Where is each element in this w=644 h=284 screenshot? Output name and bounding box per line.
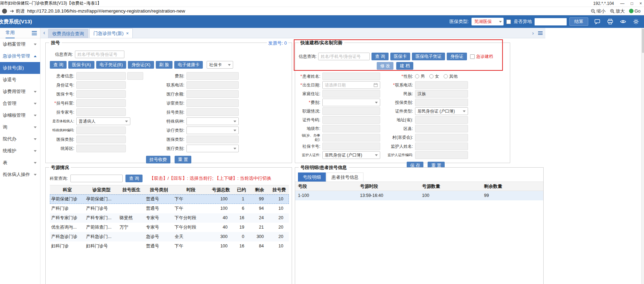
- close-icon[interactable]: ×: [639, 1, 642, 6]
- remote-checkbox[interactable]: [506, 20, 511, 24]
- sidebar-item-emergency-reg-mgmt[interactable]: 急诊挂号管理: [0, 50, 40, 62]
- phone-field[interactable]: [186, 81, 239, 89]
- patient-info-extra-field[interactable]: [127, 72, 143, 80]
- sidebar-item-archive-mgmt[interactable]: 诊档案管理: [0, 38, 40, 50]
- tab-cashier-query[interactable]: 收费员综合查询: [48, 29, 88, 38]
- province-field[interactable]: [415, 116, 468, 124]
- remote-input[interactable]: [535, 18, 567, 25]
- dept-field[interactable]: [76, 99, 126, 107]
- id-card-button[interactable]: 身份证(X): [128, 61, 154, 69]
- contact-phone-field[interactable]: [415, 81, 468, 89]
- gender-male-radio[interactable]: 男: [415, 74, 425, 79]
- cert-number-field[interactable]: [322, 116, 380, 124]
- health-card-button[interactable]: 电子健康卡: [174, 61, 203, 69]
- sidebar-item-hospital-agency[interactable]: 院代办: [0, 133, 40, 145]
- job-status-field[interactable]: [322, 107, 380, 115]
- source-query-button[interactable]: 查 询: [125, 175, 142, 182]
- special-disease-select[interactable]: [186, 117, 239, 125]
- social-card-select[interactable]: 社保卡: [207, 61, 233, 69]
- guardian-name-field[interactable]: [415, 143, 468, 150]
- social-card-field[interactable]: [322, 143, 380, 150]
- checkup-select[interactable]: 普通病人: [76, 117, 130, 125]
- insurance-type-field[interactable]: [186, 136, 239, 143]
- zoom-out-button[interactable]: 缩小: [591, 8, 606, 14]
- tab-patient-reg-info[interactable]: 患者挂号信息: [327, 172, 363, 182]
- forward-button[interactable]: 前进: [9, 8, 25, 14]
- room-type-field[interactable]: [186, 99, 239, 107]
- table-row[interactable]: 产科门诊产科门诊号普通号下午10069410: [50, 204, 289, 213]
- special-disease-code-field[interactable]: [76, 126, 126, 134]
- close-icon[interactable]: ×: [126, 31, 129, 36]
- pool-area-field[interactable]: [76, 145, 126, 152]
- medical-class-select[interactable]: [186, 145, 239, 152]
- tab-segment-detail[interactable]: 号段明细: [298, 172, 326, 182]
- dept-query-input[interactable]: [70, 175, 123, 182]
- sidebar-item-report[interactable]: 表: [0, 157, 40, 169]
- quick-id-card-button[interactable]: 身份证: [447, 53, 467, 60]
- table-row[interactable]: 孕前保健门诊孕前保健门...普通号下午10019910: [50, 194, 289, 204]
- chevron-right-icon[interactable]: ›: [532, 30, 534, 36]
- quick-evoucher-button[interactable]: 医保电子凭证: [412, 53, 445, 60]
- home-address-field[interactable]: [322, 90, 380, 98]
- emergency-archive-checkbox[interactable]: [470, 54, 475, 59]
- city-field[interactable]: [322, 125, 380, 132]
- menu-icon[interactable]: [32, 31, 37, 35]
- eye-icon[interactable]: [619, 18, 627, 25]
- register-charge-button[interactable]: 挂号收费: [146, 156, 170, 163]
- reg-class-field[interactable]: [186, 108, 239, 116]
- quick-insurance-card-button[interactable]: 医保卡: [390, 53, 411, 60]
- gender-other-radio[interactable]: 其他: [444, 74, 458, 79]
- patient-search-input[interactable]: [75, 51, 124, 58]
- collapse-sidebar-button[interactable]: ‹: [40, 28, 48, 38]
- message-icon[interactable]: [593, 18, 601, 25]
- tab-menu-icon[interactable]: [538, 31, 543, 35]
- county-field[interactable]: [415, 125, 468, 132]
- insured-class-field[interactable]: [415, 99, 468, 106]
- table-row[interactable]: 1-100 13:59-16:40 100 99: [295, 191, 543, 200]
- create-archive-button[interactable]: 建 档: [396, 62, 413, 70]
- expert-field[interactable]: [76, 108, 126, 116]
- query-button[interactable]: 查 询: [50, 61, 67, 69]
- id-number-field[interactable]: [76, 81, 126, 89]
- sidebar-item-coop-mgmt[interactable]: 合管理: [0, 98, 40, 109]
- village-field[interactable]: [415, 134, 468, 141]
- treatment-type-select[interactable]: [186, 126, 239, 134]
- modify-button[interactable]: 修 改: [377, 62, 393, 70]
- patient-name-field[interactable]: [322, 72, 380, 80]
- table-row[interactable]: 优生咨询与...产前筛查门...万宁专家号下午分时段40192120: [50, 223, 289, 232]
- scrollbar-thumb[interactable]: [642, 29, 644, 53]
- town-field[interactable]: [322, 134, 380, 141]
- tab-emergency-reg[interactable]: 门急诊挂号(新) ×: [89, 28, 133, 38]
- insurance-card-button[interactable]: 医保卡(A): [68, 61, 94, 69]
- medical-balance-field[interactable]: [186, 90, 239, 98]
- gender-female-radio[interactable]: 女: [429, 74, 439, 79]
- evoucher-button[interactable]: 电子凭证(B): [96, 61, 127, 69]
- nation-field[interactable]: 汉族: [415, 90, 468, 98]
- sidebar-item-audit-mgmt[interactable]: 诊稽核管理: [0, 109, 40, 121]
- guardian-cert-number-field[interactable]: [415, 151, 468, 159]
- patient-info-field[interactable]: [76, 72, 126, 80]
- cert-type-select[interactable]: 居民身份证 (户口簿): [415, 107, 468, 115]
- gear-icon[interactable]: [632, 18, 640, 25]
- sidebar-item-rest-patient-ops[interactable]: 衔休病人操作: [0, 169, 40, 181]
- quick-search-input[interactable]: [318, 53, 370, 60]
- table-row[interactable]: 产科急诊门诊产科急诊门...急诊号全天300030020: [50, 232, 289, 241]
- sidebar-item-reg-new[interactable]: 诊挂号(新): [0, 62, 40, 74]
- sidebar-item-query[interactable]: 询: [0, 121, 40, 133]
- fee-type-field[interactable]: [186, 72, 239, 80]
- guardian-cert-select[interactable]: 居民身份证 (户口簿): [322, 151, 380, 159]
- settle-button[interactable]: 结算: [569, 17, 588, 26]
- table-row[interactable]: 产科专家门诊产科专家门...骆斐然专家号下午分时段40162420: [50, 213, 289, 223]
- maximize-icon[interactable]: □: [631, 1, 633, 6]
- fee-type-select[interactable]: [322, 99, 380, 106]
- reset-button[interactable]: 重 置: [175, 156, 191, 163]
- printer-icon[interactable]: [606, 18, 614, 25]
- birth-date-picker[interactable]: 请选择日期: [322, 81, 380, 89]
- table-row[interactable]: 妇科门诊妇科门诊号普通号下午100168410: [50, 241, 289, 251]
- vertical-scrollbar[interactable]: [641, 28, 644, 284]
- insurance-card-field[interactable]: [76, 90, 126, 98]
- sidebar-item-system-maint[interactable]: 统维护: [0, 145, 40, 157]
- sidebar-item-fee-mgmt[interactable]: 诊费用管理: [0, 86, 40, 98]
- face-scan-button[interactable]: 刷 脸: [156, 61, 172, 69]
- zoom-in-button[interactable]: 放大: [610, 8, 625, 14]
